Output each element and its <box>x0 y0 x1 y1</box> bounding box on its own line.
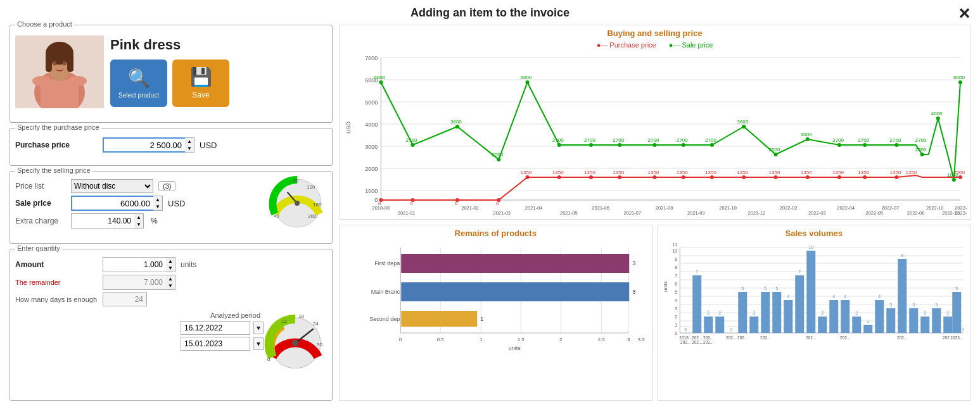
svg-text:2023...: 2023... <box>950 336 963 340</box>
svg-text:160: 160 <box>313 202 322 208</box>
sale-arrows: ▲ ▼ <box>153 196 163 211</box>
svg-text:0: 0 <box>496 201 499 206</box>
svg-text:200: 200 <box>308 213 317 219</box>
svg-text:2018...: 2018... <box>679 336 692 340</box>
svg-text:2700: 2700 <box>889 137 901 143</box>
svg-text:6: 6 <box>675 282 677 286</box>
svg-rect-239 <box>898 259 907 333</box>
right-panel: Buying and selling price ●— Purchase pri… <box>339 25 970 401</box>
svg-rect-217 <box>772 292 781 333</box>
select-product-button[interactable]: 🔍 Select product <box>110 60 167 107</box>
pricelist-select[interactable]: Without disc <box>71 179 153 193</box>
svg-text:2022-08: 2022-08 <box>907 210 925 216</box>
extra-up-arrow[interactable]: ▲ <box>134 214 143 221</box>
svg-text:10: 10 <box>672 249 677 253</box>
svg-point-106 <box>958 175 962 179</box>
date-from-input[interactable] <box>181 321 250 335</box>
quantity-gauge-svg: 0 12 18 24 30 <box>264 311 327 368</box>
amount-up-arrow[interactable]: ▲ <box>166 258 175 265</box>
date-from-dropdown[interactable]: ▾ <box>253 322 264 334</box>
svg-text:202...: 202... <box>840 336 850 340</box>
close-button[interactable]: ✕ <box>958 5 970 23</box>
svg-text:3: 3 <box>627 337 630 342</box>
svg-point-102 <box>806 175 810 179</box>
svg-text:202...: 202... <box>692 336 702 340</box>
svg-rect-243 <box>920 317 929 333</box>
svg-text:3600: 3600 <box>450 119 462 125</box>
product-image-svg <box>15 35 104 108</box>
svg-text:8: 8 <box>675 265 677 270</box>
sales-title: Sales volumes <box>661 229 967 238</box>
purchase-price-input[interactable] <box>103 137 185 153</box>
date-to-dropdown[interactable]: ▾ <box>253 337 264 350</box>
date-to-row: ▾ <box>15 337 264 351</box>
svg-point-8 <box>32 76 51 86</box>
period-dates: Analyzed period ▾ ▾ <box>15 311 264 365</box>
extra-down-arrow[interactable]: ▼ <box>134 221 143 228</box>
svg-point-48 <box>455 125 459 129</box>
sale-up-arrow[interactable]: ▲ <box>153 196 162 203</box>
svg-text:2022-04: 2022-04 <box>837 205 855 211</box>
buying-selling-svg: 7000 6000 5000 4000 3000 2000 1000 0 USD <box>343 51 967 216</box>
amount-input[interactable] <box>103 257 166 272</box>
sales-svg: 0 1 2 3 4 5 6 7 8 9 10 11 units <box>661 241 967 352</box>
period-label: Analyzed period <box>15 311 260 319</box>
days-row: How many days is enough <box>15 292 327 306</box>
svg-text:2700: 2700 <box>584 137 595 143</box>
svg-rect-237 <box>886 308 895 333</box>
product-actions: 🔍 Select product 💾 Save <box>110 60 327 107</box>
svg-text:0: 0 <box>455 201 458 206</box>
svg-text:2021-01: 2021-01 <box>398 210 416 216</box>
sale-down-arrow[interactable]: ▼ <box>153 203 162 210</box>
date-to-input[interactable] <box>181 337 250 351</box>
purchase-input-group: ▲ ▼ <box>103 137 194 153</box>
svg-point-47 <box>411 143 415 147</box>
purchase-up-arrow[interactable]: ▲ <box>185 138 194 145</box>
svg-text:3: 3 <box>675 306 677 311</box>
svg-text:2021-10: 2021-10 <box>719 205 737 211</box>
remainder-down-arrow[interactable]: ▼ <box>166 282 175 289</box>
svg-point-95 <box>589 175 593 179</box>
svg-text:2022-03: 2022-03 <box>808 210 826 216</box>
extra-charge-input[interactable] <box>71 213 134 229</box>
days-label: How many days is enough <box>15 296 98 303</box>
svg-text:2022-05: 2022-05 <box>865 210 883 216</box>
svg-text:202...: 202... <box>897 336 907 340</box>
svg-point-94 <box>557 175 561 179</box>
svg-point-9 <box>68 76 87 86</box>
svg-text:1000: 1000 <box>365 188 378 194</box>
svg-text:5: 5 <box>955 286 958 291</box>
svg-text:202...: 202... <box>726 336 736 340</box>
svg-rect-247 <box>943 317 952 333</box>
svg-text:7: 7 <box>675 273 677 278</box>
save-button[interactable]: 💾 Save <box>172 60 229 107</box>
purchase-label: Purchase price <box>15 141 98 149</box>
purchase-currency: USD <box>200 141 217 150</box>
purchase-down-arrow[interactable]: ▼ <box>185 145 194 152</box>
svg-text:120: 120 <box>307 184 315 190</box>
svg-text:202...: 202... <box>737 336 748 340</box>
sale-legend-label: Sale price <box>682 41 713 49</box>
svg-text:202...: 202... <box>806 336 816 340</box>
svg-point-103 <box>837 175 841 179</box>
svg-text:2700: 2700 <box>832 137 844 143</box>
date-from-row: ▾ <box>15 321 264 335</box>
sale-price-input[interactable] <box>71 196 153 211</box>
amount-down-arrow[interactable]: ▼ <box>166 265 175 272</box>
svg-point-64 <box>936 116 940 120</box>
svg-text:2: 2 <box>718 311 721 315</box>
remainder-arrows: ▲ ▼ <box>166 275 175 290</box>
svg-point-97 <box>652 175 656 179</box>
svg-text:2700: 2700 <box>705 137 716 143</box>
svg-point-66 <box>958 80 962 84</box>
quantity-gauge: 0 12 18 24 30 <box>264 311 327 365</box>
svg-text:1350: 1350 <box>648 170 659 175</box>
svg-text:2: 2 <box>821 311 824 315</box>
purchase-legend-item: ●— Purchase price <box>597 41 656 49</box>
remainder-up-arrow[interactable]: ▲ <box>166 275 175 282</box>
svg-text:First depa: First depa <box>374 260 400 267</box>
svg-point-52 <box>589 143 593 147</box>
svg-point-93 <box>525 175 529 179</box>
svg-text:0: 0 <box>962 327 964 332</box>
svg-text:2: 2 <box>753 311 755 315</box>
